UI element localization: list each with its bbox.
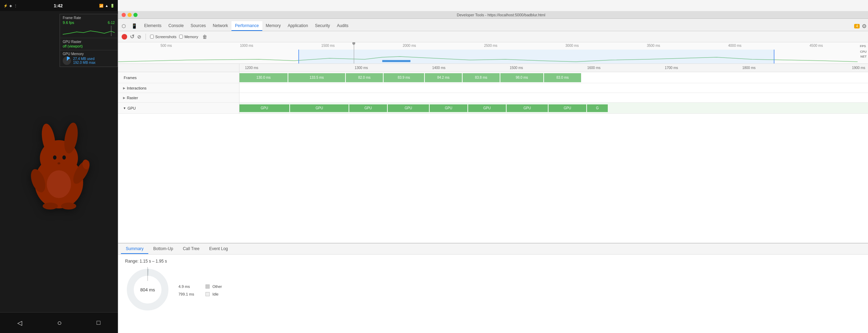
gpu-track-label[interactable]: ▼ GPU	[118, 103, 239, 113]
device-tool[interactable]: 📱	[129, 21, 139, 31]
cursor-tool[interactable]: ⬡	[120, 21, 128, 31]
memory-checkbox-label[interactable]: Memory	[179, 35, 198, 39]
gpu-memory-used: 27.4 MB used	[73, 57, 95, 61]
svg-point-9	[58, 162, 60, 164]
overview-playhead	[354, 42, 354, 63]
gpu-track-content: GPU GPU GPU GPU GPU GPU GPU GPU G	[239, 103, 868, 113]
raster-expand-icon: ▶	[123, 96, 125, 100]
frame-block: 83.9 ms	[384, 73, 424, 82]
summary-content: Range: 1.15 s – 1.95 s	[118, 255, 868, 333]
recents-button[interactable]: □	[94, 316, 103, 329]
window-maximize-btn[interactable]	[133, 13, 138, 17]
frame-rate-title: Frame Rate	[63, 16, 115, 20]
main-timeline-ruler: 1200 ms 1300 ms 1400 ms 1500 ms 1600 ms …	[118, 64, 868, 72]
tab-event-log[interactable]: Event Log	[204, 244, 233, 254]
wifi-icon: ▲	[105, 4, 108, 8]
fps-label: FPS	[860, 44, 866, 48]
status-time: 1:42	[54, 3, 63, 8]
raster-track-row: ▶ Raster	[118, 93, 868, 103]
tab-application[interactable]: Application	[284, 21, 312, 31]
dots-icon: ⋮	[14, 4, 17, 8]
other-color-box	[205, 284, 210, 289]
donut-center-label: 804 ms	[140, 287, 155, 292]
frames-track-row: Frames 130.0 ms 133.5 ms 82.0 ms	[118, 72, 868, 83]
summary-legend: 4.9 ms Other 799.1 ms Idle	[178, 283, 222, 296]
tab-sources[interactable]: Sources	[187, 21, 209, 31]
svg-point-10	[43, 203, 58, 210]
tab-call-tree[interactable]: Call Tree	[178, 244, 204, 254]
legend-other: 4.9 ms Other	[178, 284, 222, 289]
devtools-title: Developer Tools - https://localhost:5000…	[138, 13, 865, 17]
interactions-track-row: ▶ Interactions	[118, 83, 868, 93]
cpu-label: CPU	[860, 50, 867, 53]
gpu-track-row: ▼ GPU GPU GPU GPU GPU GPU GPU GPU GPU G	[118, 103, 868, 114]
interactions-track-content	[239, 83, 868, 93]
gpu-block: GPU	[430, 104, 468, 112]
gpu-collapse-icon: ▼	[123, 106, 126, 110]
reload-button[interactable]: ↺	[130, 34, 134, 40]
tab-security[interactable]: Security	[312, 21, 333, 31]
tab-performance[interactable]: Performance	[231, 21, 262, 31]
gpu-block: GPU	[349, 104, 387, 112]
frame-rate-range: 6-12	[108, 21, 115, 25]
alert-badge: 4	[854, 24, 860, 28]
svg-point-8	[62, 155, 66, 160]
gpu-block: G	[587, 104, 608, 112]
battery-icon: 🔋	[110, 4, 114, 8]
interactions-track-label[interactable]: ▶ Interactions	[118, 83, 239, 93]
frame-block: 98.0 ms	[500, 73, 544, 82]
window-close-btn[interactable]	[122, 13, 126, 17]
stop-button[interactable]: ⊘	[137, 34, 141, 40]
overview-ruler-labels: 500 ms 1000 ms 1500 ms 2000 ms 2500 ms 3…	[120, 44, 857, 48]
gpu-block: GPU	[549, 104, 587, 112]
gpu-raster-title: GPU Raster	[63, 40, 115, 44]
gpu-memory-title: GPU Memory	[63, 52, 115, 56]
interactions-expand-icon: ▶	[123, 86, 125, 90]
tab-network[interactable]: Network	[209, 21, 231, 31]
window-controls	[122, 13, 138, 17]
tab-summary[interactable]: Summary	[121, 244, 148, 254]
screenshots-checkbox[interactable]	[150, 35, 154, 39]
tab-audits[interactable]: Audits	[333, 21, 352, 31]
tab-elements[interactable]: Elements	[141, 21, 165, 31]
gpu-memory-max: 192.0 MB max	[73, 61, 95, 65]
gpu-raster-value: off (viewport)	[63, 44, 115, 48]
summary-tabs: Summary Bottom-Up Call Tree Event Log	[118, 244, 868, 255]
gpu-block: GPU	[239, 104, 290, 112]
raster-track-label[interactable]: ▶ Raster	[118, 93, 239, 102]
frame-block: 130.0 ms	[239, 73, 288, 82]
summary-panel: Summary Bottom-Up Call Tree Event Log Ra…	[118, 243, 868, 333]
frame-block: 82.0 ms	[346, 73, 383, 82]
screenshots-checkbox-label[interactable]: Screenshots	[150, 35, 176, 39]
tab-console[interactable]: Console	[165, 21, 187, 31]
tab-bottom-up[interactable]: Bottom-Up	[148, 244, 178, 254]
back-button[interactable]: ◁	[15, 316, 25, 330]
gpu-block: GPU	[468, 104, 506, 112]
net-label: NET	[860, 55, 867, 58]
overview-chart[interactable]	[118, 50, 858, 63]
idle-color-box	[205, 292, 210, 296]
window-minimize-btn[interactable]	[128, 13, 132, 17]
frames-track-label: Frames	[118, 72, 239, 83]
frame-block: 84.2 ms	[425, 73, 462, 82]
overlay-panel: Frame Rate 9.6 fps 6-12 GPU	[60, 14, 118, 67]
record-button[interactable]	[122, 34, 127, 40]
memory-checkbox[interactable]	[179, 35, 183, 39]
svg-point-12	[47, 170, 71, 198]
tab-memory[interactable]: Memory	[262, 21, 284, 31]
ruler-spacer	[118, 64, 239, 72]
bunny-illustration	[24, 113, 94, 210]
signal-icon: 📶	[99, 4, 103, 8]
settings-gear-icon[interactable]: ⚙	[862, 23, 867, 29]
range-label: Range: 1.15 s – 1.95 s	[125, 259, 861, 264]
legend-idle: 799.1 ms Idle	[178, 292, 222, 296]
home-button[interactable]: ○	[54, 316, 64, 330]
gpu-block: GPU	[507, 104, 548, 112]
toolbar-separator-1	[146, 34, 146, 40]
gpu-block: GPU	[290, 104, 349, 112]
nfc-icon: ◈	[9, 4, 12, 8]
selection-overlay[interactable]	[298, 50, 774, 63]
clear-button[interactable]: 🗑	[202, 34, 207, 40]
frame-block: 133.5 ms	[288, 73, 345, 82]
frame-rate-value: 9.6 fps	[63, 20, 74, 25]
